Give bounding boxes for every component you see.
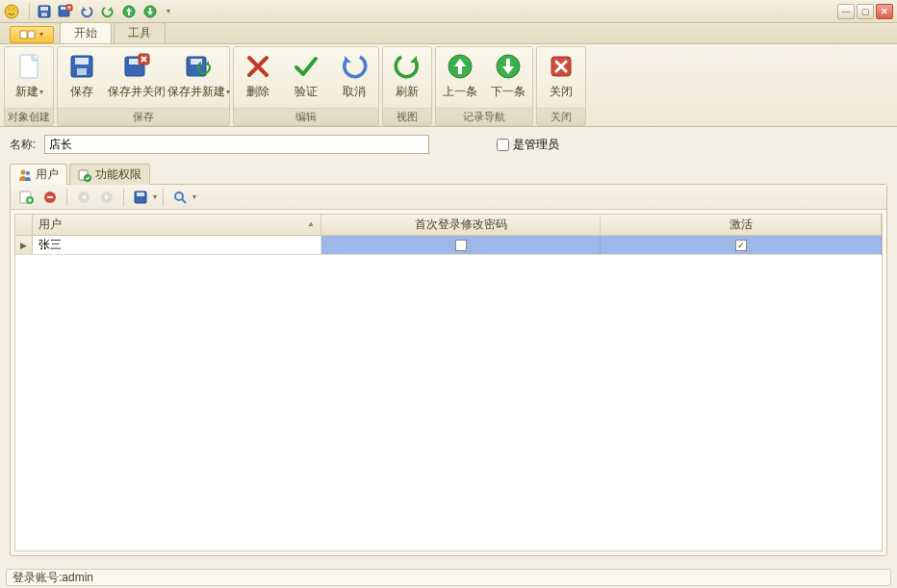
toolbar-remove-button[interactable] (39, 188, 61, 207)
validate-button[interactable]: 验证 (282, 47, 330, 108)
toolbar-add-button[interactable] (16, 188, 38, 207)
ribbon-tab-row: 开始 工具 (0, 23, 897, 44)
ribbon-group-close: 关闭 关闭 (536, 46, 586, 126)
is-admin-checkbox[interactable]: 是管理员 (497, 137, 559, 153)
save-icon (66, 51, 97, 82)
inner-panel: ▾ ▾ 用户 ▲ 首次登录修改密码 激活 ▶ 张三 (10, 184, 887, 556)
tab-users[interactable]: 用户 (10, 164, 67, 185)
data-grid: 用户 ▲ 首次登录修改密码 激活 ▶ 张三 ✓ (14, 214, 883, 551)
prev-record-button[interactable]: 上一条 (436, 47, 484, 108)
ribbon-tab-tools[interactable]: 工具 (114, 22, 166, 43)
cell-user[interactable]: 张三 (33, 236, 321, 255)
group-label-view: 视图 (383, 108, 431, 125)
cancel-label: 取消 (343, 84, 366, 100)
close-button[interactable]: 关闭 (537, 47, 585, 108)
tab-permissions[interactable]: 功能权限 (69, 164, 150, 185)
save-and-close-button[interactable]: 保存并关闭 (106, 47, 167, 108)
new-label: 新建 (15, 84, 38, 100)
close-icon (546, 51, 577, 82)
group-label-save: 保存 (58, 108, 229, 125)
arrow-down-icon (493, 51, 524, 82)
toolbar-sep-3 (163, 189, 164, 206)
close-label: 关闭 (550, 84, 573, 100)
toolbar-nav-first (73, 188, 94, 207)
toolbar-sep-1 (66, 189, 67, 206)
ribbon-group-edit: 删除 验证 取消 编辑 (233, 46, 379, 126)
toolbar-search-button[interactable] (169, 188, 191, 207)
svg-point-23 (21, 169, 26, 174)
is-admin-input[interactable] (497, 139, 509, 151)
toolbar-search-dropdown[interactable]: ▾ (192, 192, 196, 201)
ribbon-group-object-create: 新建▾ 对象创建 (4, 46, 54, 126)
close-window-button[interactable]: ✕ (876, 4, 893, 19)
save-label: 保存 (70, 84, 93, 100)
validate-label: 验证 (295, 84, 318, 100)
save-button[interactable]: 保存 (58, 47, 106, 108)
form-row-name: 名称: 是管理员 (10, 135, 887, 154)
svg-rect-13 (75, 58, 89, 64)
qat-customize-dropdown[interactable]: ▾ (163, 3, 174, 20)
qat-down-icon[interactable] (141, 3, 159, 20)
ribbon-tab-start[interactable]: 开始 (60, 22, 112, 43)
cell-first-login[interactable] (321, 236, 601, 255)
row-indicator-icon: ▶ (15, 236, 33, 255)
checkbox-unchecked-icon[interactable] (455, 240, 467, 251)
quick-access-toolbar: ▾ (36, 3, 174, 20)
cancel-button[interactable]: 取消 (330, 47, 378, 108)
title-bar: ▾ — ▢ ✕ (0, 0, 897, 23)
delete-label: 删除 (246, 84, 269, 100)
group-label-edit: 编辑 (234, 108, 378, 125)
delete-button[interactable]: 删除 (234, 47, 282, 108)
ribbon-group-view: 刷新 视图 (382, 46, 432, 126)
refresh-label: 刷新 (396, 84, 419, 100)
name-input[interactable] (44, 135, 429, 154)
svg-point-0 (5, 5, 18, 18)
svg-rect-34 (137, 192, 144, 196)
grid-col-user[interactable]: 用户 ▲ (33, 215, 321, 235)
tab-users-label: 用户 (36, 166, 59, 183)
new-button[interactable]: 新建▾ (5, 47, 53, 108)
app-icon (4, 4, 19, 19)
status-login-label: 登录账号: (13, 570, 62, 586)
svg-rect-2 (40, 7, 48, 11)
status-bar: 登录账号: admin (6, 569, 891, 586)
sort-asc-icon: ▲ (307, 219, 315, 228)
grid-header: 用户 ▲ 首次登录修改密码 激活 (15, 215, 882, 236)
svg-rect-10 (28, 31, 35, 38)
maximize-button[interactable]: ▢ (857, 4, 874, 19)
svg-rect-14 (77, 68, 87, 75)
grid-col-active[interactable]: 激活 (601, 215, 882, 235)
ribbon-panel: 新建▾ 对象创建 保存 保存并关闭 保存并新建▾ (0, 44, 897, 127)
next-record-button[interactable]: 下一条 (484, 47, 532, 108)
tab-perms-label: 功能权限 (95, 166, 141, 183)
new-icon (13, 51, 44, 82)
minimize-button[interactable]: — (837, 4, 855, 19)
file-menu-button[interactable] (10, 26, 54, 43)
qat-undo-icon[interactable] (78, 3, 95, 20)
qat-save-icon[interactable] (36, 3, 53, 20)
save-and-new-button[interactable]: 保存并新建▾ (167, 47, 229, 108)
window-controls: — ▢ ✕ (837, 4, 893, 19)
grid-col-first-login[interactable]: 首次登录修改密码 (321, 215, 601, 235)
svg-rect-9 (20, 31, 27, 38)
qat-redo-icon[interactable] (99, 3, 116, 20)
table-row[interactable]: ▶ 张三 ✓ (15, 236, 882, 255)
name-label: 名称: (10, 137, 44, 153)
refresh-icon (392, 51, 423, 82)
qat-save-close-icon[interactable] (57, 3, 74, 20)
qat-up-icon[interactable] (120, 3, 138, 20)
ribbon-group-nav: 上一条 下一条 记录导航 (435, 46, 533, 126)
is-admin-label: 是管理员 (513, 137, 559, 153)
ribbon-group-save: 保存 保存并关闭 保存并新建▾ 保存 (57, 46, 230, 126)
next-label: 下一条 (491, 84, 525, 100)
save-new-icon (183, 51, 214, 82)
refresh-button[interactable]: 刷新 (383, 47, 431, 108)
svg-point-24 (26, 171, 30, 175)
grid-toolbar: ▾ ▾ (11, 185, 886, 210)
checkbox-checked-icon[interactable]: ✓ (735, 240, 747, 251)
cell-active[interactable]: ✓ (601, 236, 882, 255)
toolbar-export-button[interactable] (130, 188, 151, 207)
toolbar-export-dropdown[interactable]: ▾ (153, 192, 157, 201)
svg-point-35 (175, 192, 183, 200)
delete-icon (243, 51, 273, 82)
